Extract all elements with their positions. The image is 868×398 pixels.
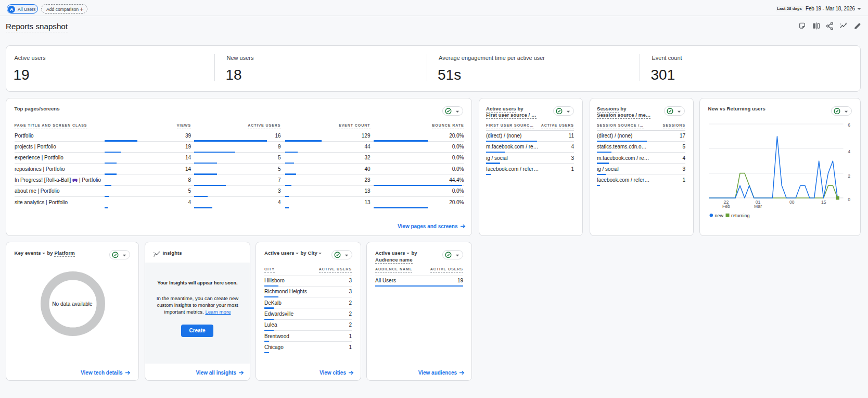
svg-text:Mar: Mar [754,204,762,209]
svg-text:returning: returning [731,213,750,218]
svg-text:4: 4 [848,148,850,154]
svg-text:2: 2 [848,173,850,179]
svg-text:15: 15 [821,199,826,204]
svg-text:6: 6 [848,122,850,127]
svg-text:0: 0 [848,197,850,202]
svg-text:08: 08 [789,199,795,204]
svg-text:Feb: Feb [722,204,730,209]
svg-text:new: new [715,213,724,218]
